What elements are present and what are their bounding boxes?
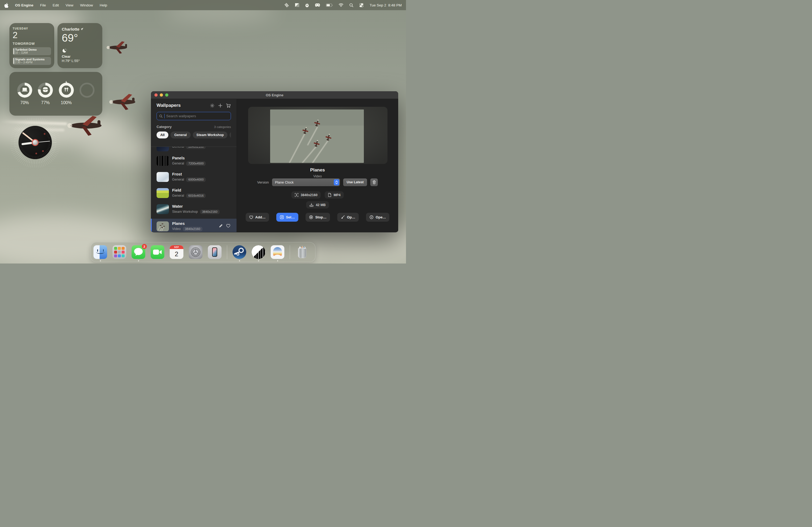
dimensions-icon xyxy=(294,193,299,197)
dock-divider xyxy=(227,245,227,259)
calendar-event[interactable]: Turtlebot Demo 10 – 11AM xyxy=(13,47,51,55)
set-button-label: Set… xyxy=(286,215,295,219)
search-icon xyxy=(159,114,163,118)
calendar-section-label: TOMORROW xyxy=(13,42,51,46)
close-button[interactable] xyxy=(155,93,158,96)
menu-window[interactable]: Window xyxy=(80,3,93,7)
wallpaper-row[interactable]: Panels General 7200x4500 xyxy=(151,154,236,167)
dock-divider xyxy=(290,245,290,259)
dock-system-settings-icon[interactable] xyxy=(189,245,202,259)
compass-icon xyxy=(369,215,374,219)
game-controller-icon[interactable] xyxy=(315,3,320,7)
llama-icon[interactable] xyxy=(305,3,309,7)
analog-clock-widget[interactable] xyxy=(11,118,60,167)
stunt-plane xyxy=(105,91,140,113)
delete-version-button[interactable] xyxy=(370,178,378,186)
spotlight-search-icon[interactable] xyxy=(349,3,353,7)
calendar-widget[interactable]: TUESDAY 2 TOMORROW Turtlebot Demo 10 – 1… xyxy=(10,23,54,68)
calendar-event[interactable]: Signals and Systems 2:30 – 3:45PM xyxy=(13,57,51,65)
menubar-clock[interactable]: Tue Sep 2 8:48 PM xyxy=(369,3,402,7)
wallpaper-resolution: 3840x2160 xyxy=(200,210,220,214)
add-button[interactable]: Add… xyxy=(246,213,269,222)
wallpaper-resolution: 6000x4000 xyxy=(186,177,206,182)
search-input[interactable] xyxy=(157,112,231,120)
weather-widget[interactable]: Charlotte 69° Clear H:79° L:55° xyxy=(57,23,102,68)
detail-title: Planes xyxy=(237,167,398,173)
os-engine-status-icon[interactable] xyxy=(295,3,299,7)
stripes-icon[interactable] xyxy=(285,3,289,7)
trash-icon xyxy=(373,180,376,184)
window-title: OS Engine xyxy=(151,93,398,97)
dock-sunrise-app-icon[interactable] xyxy=(271,245,284,259)
stop-circle-icon xyxy=(309,215,313,219)
weather-city: Charlotte xyxy=(62,27,79,31)
running-indicator xyxy=(100,260,101,261)
chip-general[interactable]: General xyxy=(171,132,191,138)
wallpaper-row[interactable]: General 3840x2160 xyxy=(151,147,236,153)
gear-icon[interactable] xyxy=(210,103,215,108)
chip-steam-workshop[interactable]: Steam Workshop xyxy=(193,132,228,138)
zoom-button[interactable] xyxy=(165,93,168,96)
stunt-plane xyxy=(60,113,109,138)
dock-calendar-month: SEP xyxy=(170,245,184,249)
wallpaper-thumbnail xyxy=(157,172,169,182)
battery-ring-empty xyxy=(79,82,95,105)
version-select[interactable]: Plane Clock xyxy=(272,178,340,186)
dock-launchpad-icon[interactable] xyxy=(113,245,126,259)
search-field[interactable] xyxy=(166,114,228,118)
use-latest-button[interactable]: Use Latest xyxy=(343,178,367,186)
menubar-app-name[interactable]: OS Engine xyxy=(15,3,33,7)
chip-video[interactable]: Vi xyxy=(230,132,231,138)
location-arrow-icon xyxy=(81,28,84,31)
dock-trash-icon[interactable] xyxy=(295,245,309,259)
set-button[interactable]: Set… xyxy=(276,213,298,222)
open-editor-button[interactable]: Op… xyxy=(337,213,359,222)
menu-view[interactable]: View xyxy=(66,3,73,7)
battery-ring-airpods-case: 77% xyxy=(38,82,53,105)
favorite-heart-icon[interactable] xyxy=(226,224,230,229)
running-indicator xyxy=(239,260,240,261)
apple-menu-icon[interactable] xyxy=(4,3,8,7)
dock-os-engine-icon[interactable] xyxy=(251,245,265,259)
minimize-button[interactable] xyxy=(160,93,163,96)
dock-iphone-mirroring-icon[interactable] xyxy=(208,245,221,259)
wifi-icon[interactable] xyxy=(338,3,344,7)
format-value: MP4 xyxy=(334,193,340,197)
plus-icon[interactable] xyxy=(218,104,222,108)
resolution-badge: 3840x2160 xyxy=(291,191,321,199)
wallpaper-title: Frost xyxy=(172,172,231,177)
menu-file[interactable]: File xyxy=(40,3,46,7)
wallpaper-row[interactable]: Field General 6016x4016 xyxy=(151,186,236,199)
dock-calendar-icon[interactable]: SEP 2 xyxy=(170,245,184,259)
wallpaper-row[interactable]: Frost General 6000x4000 xyxy=(151,170,236,183)
stop-button[interactable]: Stop… xyxy=(306,213,330,222)
select-stepper-icon xyxy=(334,179,339,185)
wallpaper-row[interactable]: Water Steam Workshop 3840x2160 xyxy=(151,202,236,215)
wallpaper-thumbnail xyxy=(157,221,169,231)
arrow-out-icon xyxy=(280,215,284,219)
edit-pencil-icon[interactable] xyxy=(219,224,223,229)
open-editor-button-label: Op… xyxy=(347,215,355,219)
menu-edit[interactable]: Edit xyxy=(53,3,59,7)
control-center-icon[interactable] xyxy=(359,3,364,7)
window-titlebar[interactable]: OS Engine xyxy=(151,91,398,99)
menu-help[interactable]: Help xyxy=(100,3,107,7)
dock-facetime-icon[interactable] xyxy=(151,245,164,259)
wallpaper-row-selected[interactable]: Planes Video 3840x2160 xyxy=(151,219,236,232)
open-browser-button[interactable]: Ope… xyxy=(366,213,389,222)
dock-finder-icon[interactable] xyxy=(93,245,107,259)
cart-icon[interactable] xyxy=(226,103,231,108)
dock-calendar-day: 2 xyxy=(170,249,184,259)
dock-steam-icon[interactable] xyxy=(233,245,246,259)
wallpaper-category: General xyxy=(172,194,184,197)
chip-all[interactable]: All xyxy=(157,132,168,138)
wallpaper-preview[interactable] xyxy=(270,109,364,163)
weather-temp: 69° xyxy=(62,32,98,44)
detail-subtitle: Video xyxy=(237,175,398,178)
battery-icon[interactable] xyxy=(326,3,333,7)
battery-widget[interactable]: 70% 77% 100% xyxy=(10,72,102,116)
dock-messages-icon[interactable]: 2 xyxy=(132,245,145,259)
wallpaper-list[interactable]: General 3840x2160 Panels General 7200x45… xyxy=(151,147,236,232)
wallpaper-title: Water xyxy=(172,204,231,209)
calendar-weekday: TUESDAY xyxy=(13,27,51,30)
